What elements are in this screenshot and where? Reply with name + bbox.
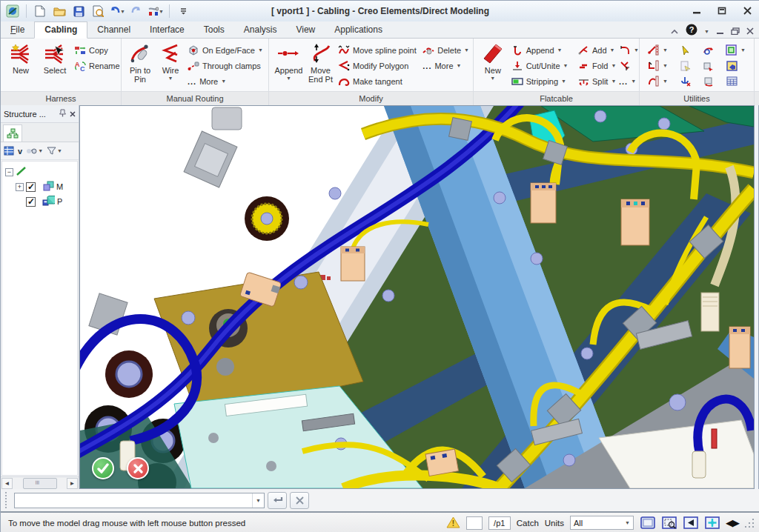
flatcable-branch-button[interactable] [617, 58, 637, 73]
import-bundle-button[interactable] [700, 73, 723, 89]
stripping-button[interactable]: Stripping ▼ [509, 73, 575, 89]
tab-channel[interactable]: Channel [87, 22, 140, 38]
visibility-checkbox[interactable] [26, 197, 36, 207]
tab-file[interactable]: File [1, 22, 34, 38]
wire-button[interactable]: Wire ▼ [156, 40, 185, 90]
route-curve-button[interactable]: ▼ [646, 73, 677, 89]
calculator-button[interactable] [723, 73, 752, 89]
command-enter-button[interactable] [268, 492, 287, 509]
window-close-button[interactable] [739, 4, 755, 17]
tree-root-row[interactable]: − [5, 164, 77, 179]
route-on-edge-button[interactable]: ▼ [646, 42, 677, 58]
show-viewport-button[interactable] [640, 516, 655, 530]
scroll-track[interactable] [13, 478, 67, 489]
catch-toggle[interactable]: Catch [517, 519, 539, 528]
scroll-left-button[interactable]: ◄ [1, 478, 13, 489]
undo-dropdown-caret-icon[interactable]: ▼ [120, 9, 125, 14]
cancel-button[interactable] [127, 457, 149, 479]
scroll-right-button[interactable]: ► [67, 478, 78, 489]
pin-to-pin-button[interactable]: Pin to Pin [125, 40, 156, 90]
flatcable-corner-button[interactable]: ▼ [617, 42, 637, 58]
harness-select-button[interactable]: Select [38, 40, 72, 90]
list-view-button[interactable] [4, 146, 14, 156]
tab-view[interactable]: View [286, 22, 325, 38]
pin-icon[interactable] [59, 109, 66, 119]
collapse-expander[interactable]: − [5, 168, 13, 176]
export-bundle-button[interactable] [700, 58, 723, 73]
move-spline-point-button[interactable]: Move spline point [336, 42, 420, 58]
scroll-thumb[interactable] [23, 478, 57, 489]
viewport-vport1[interactable] [79, 105, 755, 489]
pan-view-button[interactable] [704, 516, 720, 530]
zoom-region-button[interactable] [661, 516, 677, 530]
units-button[interactable]: Units [545, 519, 564, 528]
cut-unite-button[interactable]: Cut/Unite ▼ [509, 58, 575, 73]
undo-button[interactable]: ▼ [109, 4, 125, 19]
coordinate-box[interactable] [466, 516, 483, 530]
pick-route-button[interactable] [677, 42, 700, 58]
help-button[interactable]: ? [686, 24, 697, 39]
tab-tools[interactable]: Tools [194, 22, 234, 38]
panel-close-icon[interactable] [70, 110, 76, 119]
highlight-frame-button[interactable]: ▼ [723, 42, 752, 58]
through-clamps-button[interactable]: Through clamps [185, 58, 265, 73]
rename-button[interactable]: AC Rename [72, 58, 119, 73]
structure-hscrollbar[interactable]: ◄ ► [1, 476, 79, 489]
new-document-button[interactable] [32, 4, 48, 19]
flip-view-button[interactable]: ◀▶ [726, 517, 739, 528]
expand-expander[interactable]: + [16, 183, 24, 191]
move-endpt-button[interactable]: Move End Pt [305, 40, 336, 90]
append-button[interactable]: Append ▼ [272, 40, 305, 90]
viewport-3d-scene[interactable] [80, 106, 754, 488]
filter-button[interactable]: ▼ [47, 147, 62, 155]
confirm-button[interactable] [92, 457, 114, 479]
modify-polygon-button[interactable]: Modify Polygon [336, 58, 420, 73]
tree-item-model[interactable]: + M [5, 179, 77, 194]
tree-item-part[interactable]: P [5, 194, 77, 209]
command-combobox[interactable]: ▼ [14, 493, 265, 508]
help-dropdown-caret-icon[interactable]: ▼ [704, 29, 709, 34]
doc-restore-button[interactable] [731, 24, 740, 38]
command-clear-button[interactable] [290, 492, 309, 509]
bundle-box-button[interactable] [723, 58, 752, 73]
print-preview-button[interactable] [90, 4, 106, 19]
tab-interface[interactable]: Interface [140, 22, 194, 38]
tab-cabling[interactable]: Cabling [34, 21, 87, 39]
tab-analysis[interactable]: Analysis [234, 22, 287, 38]
modify-more-button[interactable]: ... More ▼ [420, 58, 471, 73]
harness-new-button[interactable]: New [4, 40, 38, 90]
visibility-checkbox[interactable] [26, 182, 36, 192]
doc-close-button[interactable] [746, 24, 754, 38]
window-minimize-button[interactable] [689, 4, 705, 17]
manual-routing-more-button[interactable]: ... More ▼ [185, 73, 265, 89]
doc-minimize-button[interactable] [716, 24, 724, 38]
route-anchor-button[interactable] [677, 73, 700, 89]
command-bar-drag-handle[interactable] [5, 492, 10, 508]
check-column-button[interactable]: v [18, 147, 22, 156]
customize-toolbar-button[interactable] [175, 4, 191, 19]
warning-icon[interactable]: ! [446, 516, 460, 530]
position-box[interactable]: /p1 [488, 516, 511, 530]
previous-view-button[interactable] [683, 516, 698, 530]
cable-route-dropdown-caret-icon[interactable]: ▼ [159, 9, 164, 14]
minimize-ribbon-chevron-icon[interactable] [670, 24, 679, 38]
app-logo-icon[interactable] [4, 4, 21, 19]
split-button[interactable]: Split ▼ [575, 73, 617, 89]
tab-applications[interactable]: Applications [325, 22, 392, 38]
on-edge-face-button[interactable]: On Edge/Face ▼ [185, 42, 265, 58]
flatcable-new-button[interactable]: New ▼ [477, 40, 509, 90]
resize-grip[interactable] [745, 519, 754, 528]
cable-route-button[interactable]: ▼ [148, 4, 164, 19]
update-cables-button[interactable] [700, 42, 723, 58]
fold-button[interactable]: Fold ▼ [575, 58, 617, 73]
redo-button[interactable] [128, 4, 145, 19]
route-corner-button[interactable]: ▼ [646, 58, 677, 73]
structure-tree-tab[interactable] [3, 124, 22, 142]
make-tangent-button[interactable]: Make tangent [336, 73, 420, 89]
route-report-button[interactable] [677, 58, 700, 73]
copy-button[interactable]: Copy [72, 42, 119, 58]
command-input[interactable] [15, 494, 252, 507]
flatcable-append-button[interactable]: Append ▼ [509, 42, 575, 58]
flatcable-add-button[interactable]: Add ▼ [575, 42, 617, 58]
flatcable-more-button[interactable]: ... ▼ [617, 73, 637, 89]
